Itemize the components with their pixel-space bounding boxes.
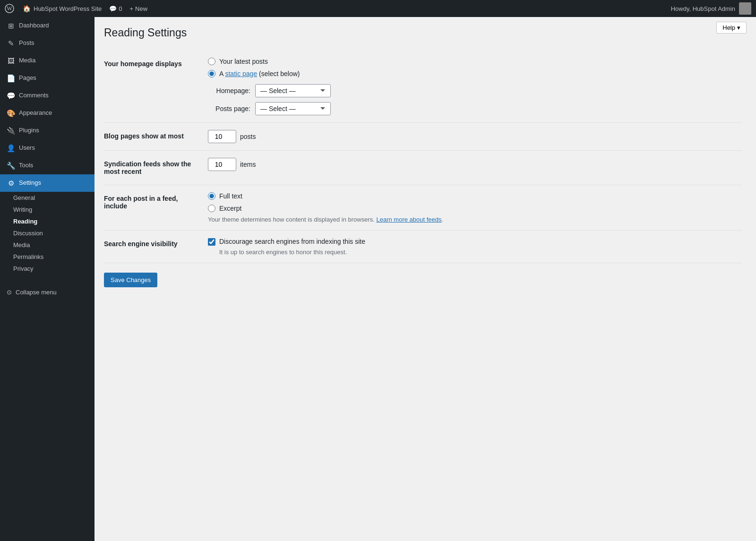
static-page-option[interactable]: A static page (select below) — [208, 70, 742, 77]
homepage-select-row: Homepage: — Select — — [208, 84, 742, 97]
sidebar-label-comments: Comments — [19, 91, 49, 100]
search-visibility-checkbox[interactable] — [208, 238, 215, 246]
sidebar-item-comments[interactable]: 💬 Comments — [0, 87, 94, 104]
comment-count: 0 — [119, 5, 122, 12]
excerpt-label: Excerpt — [219, 205, 241, 212]
submenu-reading[interactable]: Reading — [13, 215, 94, 227]
feed-row: For each post in a feed, include Full te… — [104, 185, 742, 231]
sidebar-label-dashboard: Dashboard — [19, 21, 49, 30]
site-name: HubSpot WordPress Site — [34, 5, 102, 12]
homepage-radio-group: Your latest posts A static page (select … — [208, 58, 742, 77]
syndication-suffix: items — [240, 161, 256, 168]
sidebar-item-settings[interactable]: ⚙ Settings — [0, 174, 94, 192]
help-button[interactable]: Help ▾ — [716, 22, 747, 34]
sidebar-label-tools: Tools — [19, 161, 33, 170]
sidebar-item-users[interactable]: 👤 Users — [0, 139, 94, 157]
search-visibility-field: Discourage search engines from indexing … — [208, 231, 742, 263]
tools-icon: 🔧 — [7, 161, 15, 171]
syndication-input[interactable] — [208, 158, 236, 171]
submenu-privacy[interactable]: Privacy — [13, 263, 94, 275]
feed-field: Full text Excerpt Your theme determines … — [208, 185, 742, 231]
wp-logo[interactable]: W — [0, 4, 19, 13]
collapse-menu-button[interactable]: ⊙ Collapse menu — [0, 284, 94, 301]
sidebar-item-posts[interactable]: ✎ Posts — [0, 34, 94, 52]
plus-icon: + — [130, 5, 134, 12]
user-greeting: Howdy, HubSpot Admin — [671, 5, 735, 12]
avatar — [739, 2, 751, 15]
comments-link[interactable]: 💬 0 — [105, 5, 126, 12]
help-label: Help — [722, 24, 735, 31]
blog-pages-input[interactable] — [208, 130, 236, 143]
static-page-link[interactable]: static page — [225, 70, 257, 77]
house-icon: 🏠 — [23, 5, 31, 12]
sidebar-label-posts: Posts — [19, 39, 34, 47]
layout: ⊞ Dashboard ✎ Posts 🖼 Media 📄 Pages 💬 Co… — [0, 17, 756, 541]
submenu-discussion[interactable]: Discussion — [13, 227, 94, 239]
excerpt-radio[interactable] — [208, 205, 215, 212]
sidebar: ⊞ Dashboard ✎ Posts 🖼 Media 📄 Pages 💬 Co… — [0, 17, 94, 541]
sidebar-label-settings: Settings — [19, 179, 41, 187]
page-selects: Homepage: — Select — Posts page: — Selec… — [208, 84, 742, 115]
syndication-label: Syndication feeds show the most recent — [104, 151, 208, 185]
homepage-select[interactable]: — Select — — [255, 84, 331, 97]
comments-icon: 💬 — [7, 91, 15, 101]
media-icon: 🖼 — [7, 56, 15, 66]
appearance-icon: 🎨 — [7, 108, 15, 118]
search-visibility-note: It is up to search engines to honor this… — [208, 249, 742, 256]
search-visibility-label: Search engine visibility — [104, 231, 208, 263]
sidebar-item-tools[interactable]: 🔧 Tools — [0, 157, 94, 174]
new-label: New — [135, 5, 147, 12]
feed-radio-group: Full text Excerpt — [208, 192, 742, 212]
search-visibility-checkbox-label: Discourage search engines from indexing … — [219, 238, 365, 245]
submenu-general[interactable]: General — [13, 192, 94, 204]
static-page-radio[interactable] — [208, 70, 215, 77]
full-text-radio[interactable] — [208, 192, 215, 200]
submenu-media[interactable]: Media — [13, 239, 94, 251]
sidebar-label-users: Users — [19, 144, 35, 152]
blog-pages-input-row: posts — [208, 130, 742, 143]
collapse-icon: ⊙ — [7, 289, 12, 296]
syndication-input-row: items — [208, 158, 742, 171]
full-text-option[interactable]: Full text — [208, 192, 742, 200]
topbar: W 🏠 HubSpot WordPress Site 💬 0 + New How… — [0, 0, 756, 17]
homepage-select-label: Homepage: — [208, 87, 250, 94]
dashboard-icon: ⊞ — [7, 21, 15, 31]
syndication-field: items — [208, 151, 742, 185]
posts-page-select[interactable]: — Select — — [255, 102, 331, 115]
feed-label: For each post in a feed, include — [104, 185, 208, 231]
sidebar-item-plugins[interactable]: 🔌 Plugins — [0, 122, 94, 139]
latest-posts-option[interactable]: Your latest posts — [208, 58, 742, 65]
learn-more-link[interactable]: Learn more about feeds — [377, 216, 442, 223]
sidebar-label-appearance: Appearance — [19, 109, 52, 117]
homepage-row: Your homepage displays Your latest posts… — [104, 51, 742, 123]
syndication-row: Syndication feeds show the most recent i… — [104, 151, 742, 185]
feed-info-text: Your theme determines how content is dis… — [208, 216, 742, 223]
sidebar-item-appearance[interactable]: 🎨 Appearance — [0, 104, 94, 122]
submenu-permalinks[interactable]: Permalinks — [13, 251, 94, 263]
sidebar-item-media[interactable]: 🖼 Media — [0, 52, 94, 69]
settings-form: Your homepage displays Your latest posts… — [104, 51, 742, 263]
chevron-down-icon: ▾ — [737, 24, 740, 31]
blog-pages-suffix: posts — [240, 133, 256, 140]
new-link[interactable]: + New — [126, 5, 152, 12]
full-text-label: Full text — [219, 192, 242, 200]
save-changes-button[interactable]: Save Changes — [104, 273, 157, 287]
latest-posts-radio[interactable] — [208, 58, 215, 65]
blog-pages-row: Blog pages show at most posts — [104, 123, 742, 151]
posts-page-select-label: Posts page: — [208, 105, 250, 112]
collapse-label: Collapse menu — [16, 289, 57, 296]
pages-icon: 📄 — [7, 73, 15, 83]
sidebar-item-pages[interactable]: 📄 Pages — [0, 69, 94, 87]
sidebar-label-media: Media — [19, 56, 35, 65]
sidebar-item-dashboard[interactable]: ⊞ Dashboard — [0, 17, 94, 34]
blog-pages-field: posts — [208, 123, 742, 151]
submenu-writing[interactable]: Writing — [13, 204, 94, 215]
site-link[interactable]: 🏠 HubSpot WordPress Site — [19, 5, 105, 12]
static-option-text: A static page (select below) — [219, 70, 300, 77]
homepage-label: Your homepage displays — [104, 51, 208, 123]
svg-text:W: W — [7, 5, 12, 12]
excerpt-option[interactable]: Excerpt — [208, 205, 742, 212]
settings-icon: ⚙ — [7, 178, 15, 188]
blog-pages-label: Blog pages show at most — [104, 123, 208, 151]
plugins-icon: 🔌 — [7, 126, 15, 136]
